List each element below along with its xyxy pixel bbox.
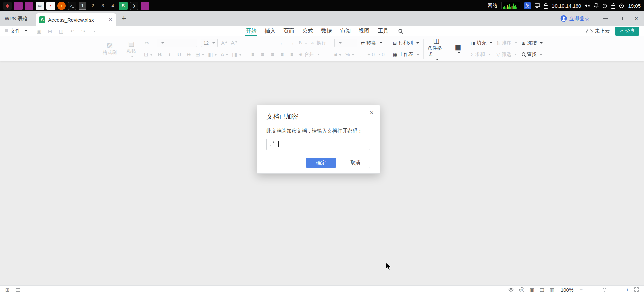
- tab-monitor-icon[interactable]: [101, 16, 105, 23]
- dialog-title: 文档已加密: [266, 112, 370, 121]
- format-painter-icon: ▨: [107, 42, 113, 48]
- app-icon-magenta-2[interactable]: [25, 2, 33, 10]
- input-method-icon[interactable]: 英: [524, 2, 531, 9]
- tab-page[interactable]: 页面: [280, 26, 298, 36]
- document-tab[interactable]: S Access_Review.xlsx ×: [36, 13, 116, 26]
- tab-tools[interactable]: 工具: [374, 26, 393, 36]
- password-input[interactable]: [266, 139, 370, 150]
- font-size-value: 12: [204, 40, 209, 46]
- view-page-layout-icon[interactable]: ▤: [540, 287, 544, 293]
- avatar-icon: [560, 15, 567, 22]
- firefox-icon[interactable]: ◗: [57, 2, 66, 10]
- view-normal-icon[interactable]: ▣: [530, 287, 534, 293]
- number-format-select: [334, 39, 357, 47]
- app-launcher-icon[interactable]: ◈: [3, 2, 12, 10]
- fill-button[interactable]: ◨ 填充: [471, 40, 492, 46]
- worksheet-button[interactable]: ▦ 工作表: [393, 51, 419, 58]
- screen-lock-icon[interactable]: [544, 3, 548, 9]
- undo-icon[interactable]: ↶: [69, 29, 75, 34]
- wrap-icon: ↵: [311, 40, 315, 46]
- copy-icon: ⊡: [144, 52, 153, 57]
- cloud-status[interactable]: 未上云: [586, 28, 610, 34]
- workspace-4[interactable]: 4: [109, 2, 117, 10]
- sheet-nav-icon[interactable]: ⊞: [5, 287, 10, 293]
- print-preview-icon[interactable]: ◫: [58, 29, 64, 34]
- merge-label: 合并: [304, 51, 314, 58]
- merge-icon: ⊞: [299, 52, 303, 57]
- tab-review[interactable]: 审阅: [336, 26, 355, 36]
- tab-formulas[interactable]: 公式: [298, 26, 317, 36]
- display-icon[interactable]: [535, 3, 540, 8]
- ribbon-separator: [246, 39, 246, 59]
- table-style-button[interactable]: ▦: [449, 44, 467, 53]
- window-minimize-button[interactable]: [598, 11, 613, 26]
- conditional-format-button[interactable]: ◫ 条件格式: [428, 37, 445, 60]
- zoom-percent-icon[interactable]: %: [519, 287, 524, 292]
- zoom-slider-thumb[interactable]: [603, 288, 606, 292]
- volume-icon[interactable]: [585, 3, 590, 8]
- workspace-2[interactable]: 2: [89, 2, 97, 10]
- strikethrough-icon: S: [186, 52, 192, 57]
- wps-sheet-icon: S: [39, 16, 45, 23]
- terminal-2-icon[interactable]: ❯: [130, 2, 138, 10]
- terminal-icon[interactable]: >_: [68, 2, 76, 10]
- ribbon-separator: [423, 39, 424, 59]
- tab-close-icon[interactable]: ×: [108, 16, 113, 23]
- file-manager-icon[interactable]: ▭: [36, 2, 44, 10]
- window-close-button[interactable]: ×: [629, 11, 644, 26]
- paste-button: ▤ 粘贴: [122, 40, 140, 57]
- tab-home[interactable]: 开始: [242, 26, 261, 36]
- print-icon[interactable]: ⊞: [47, 29, 53, 34]
- quick-access-dropdown-icon[interactable]: [92, 28, 96, 34]
- wrap-text-button: ↵ 换行: [311, 40, 326, 46]
- freeze-button[interactable]: ⊞ 冻结: [522, 40, 543, 46]
- share-button[interactable]: ↗ 分享: [615, 27, 639, 36]
- view-page-break-icon[interactable]: ▥: [550, 287, 554, 293]
- window-maximize-button[interactable]: [613, 11, 629, 26]
- file-menu-button[interactable]: ≡ 文件: [5, 28, 27, 34]
- document-app-icon[interactable]: ●: [46, 2, 55, 10]
- tab-view[interactable]: 视图: [355, 26, 374, 36]
- ok-button[interactable]: 确定: [306, 158, 336, 168]
- notification-bell-icon[interactable]: [594, 3, 599, 8]
- cancel-button[interactable]: 取消: [341, 158, 370, 168]
- dialog-close-icon[interactable]: ×: [368, 108, 375, 117]
- network-graph-icon[interactable]: [501, 2, 520, 9]
- login-button[interactable]: 立即登录: [560, 15, 589, 22]
- workspace-1[interactable]: 1: [79, 2, 86, 10]
- freeze-label: 冻结: [527, 40, 537, 46]
- ribbon-tabs: 开始 插入 页面 公式 数据 审阅 视图 工具: [242, 26, 402, 36]
- rows-columns-label: 行和列: [399, 40, 413, 46]
- redo-icon[interactable]: ↷: [80, 29, 86, 34]
- new-tab-button[interactable]: +: [122, 15, 126, 22]
- password-dialog: 文档已加密 × 此文档为加密文档，请输入文档打开密码： 确定 取消: [257, 105, 380, 174]
- cut-icon: ✂: [144, 40, 150, 45]
- save-icon[interactable]: ▣: [36, 29, 42, 34]
- tab-insert[interactable]: 插入: [261, 26, 280, 36]
- worksheet-label: 工作表: [399, 51, 413, 58]
- convert-button[interactable]: ⇄ 转换: [361, 40, 382, 46]
- rows-columns-button[interactable]: ⊟ 行和列: [393, 40, 419, 46]
- minimize-icon: [603, 18, 608, 19]
- fullscreen-icon[interactable]: [634, 287, 639, 293]
- tab-data[interactable]: 数据: [317, 26, 336, 36]
- session-lock-icon[interactable]: [611, 3, 615, 9]
- system-taskbar: ◈ ▭ ● ◗ >_ 1 2 3 4 S ❯ 网络 英: [0, 0, 644, 11]
- history-clock-icon[interactable]: [619, 3, 624, 8]
- visibility-icon[interactable]: [508, 287, 514, 293]
- zoom-out-button[interactable]: −: [579, 287, 583, 293]
- find-button[interactable]: 查找: [522, 51, 542, 58]
- align-justify-icon: ≡: [279, 52, 285, 57]
- zoom-in-button[interactable]: +: [625, 287, 629, 293]
- app-home-button[interactable]: WPS 表格: [5, 15, 28, 22]
- workspace-3[interactable]: 3: [99, 2, 107, 10]
- app-icon-magenta-1[interactable]: [14, 2, 23, 10]
- sheet-scroll-icon[interactable]: ▤: [16, 287, 21, 293]
- power-icon[interactable]: [602, 3, 607, 8]
- wps-office-taskbar-icon[interactable]: S: [119, 2, 128, 10]
- network-label[interactable]: 网络: [488, 3, 498, 9]
- sort-label: 排序: [502, 40, 511, 46]
- zoom-slider[interactable]: [588, 290, 620, 290]
- app-icon-magenta-3[interactable]: [141, 2, 149, 10]
- search-icon[interactable]: [399, 28, 402, 34]
